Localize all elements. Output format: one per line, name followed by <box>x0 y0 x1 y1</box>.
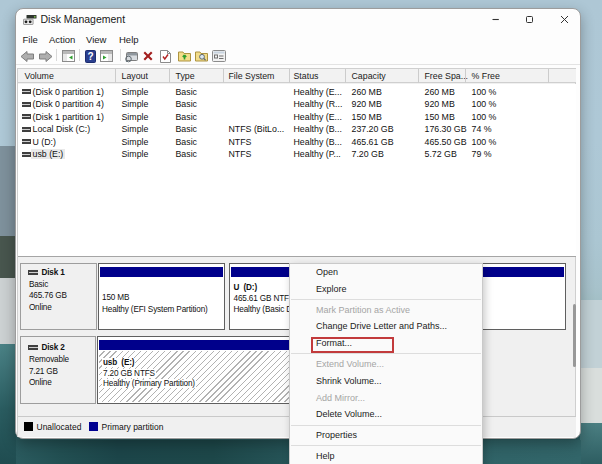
svg-text:?: ? <box>87 51 93 62</box>
